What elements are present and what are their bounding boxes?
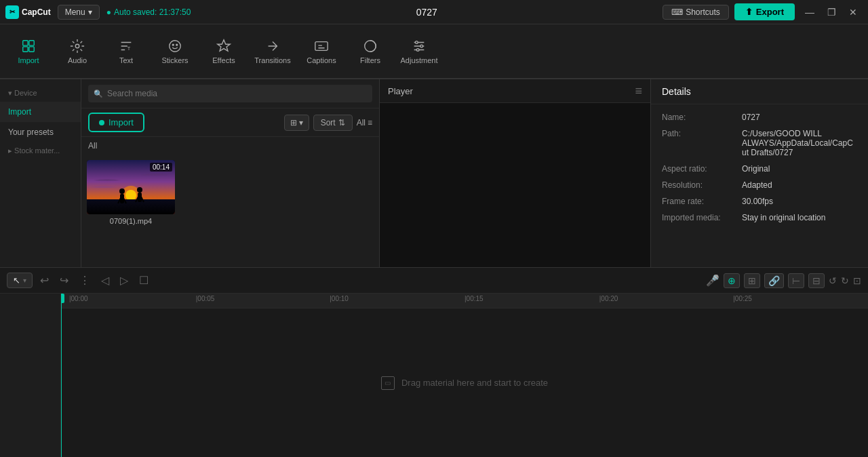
redo2-button[interactable]: ↻ [841, 275, 849, 286]
stickers-icon [167, 39, 182, 54]
shortcuts-button[interactable]: ⌨ Shortcuts [663, 5, 729, 20]
svg-text:T: T [127, 45, 131, 52]
mic-button[interactable]: 🎤 [706, 274, 719, 287]
media-filter-label: All [81, 137, 379, 155]
detail-row-path: Path: C:/Users/GOOD WILL ALWAYS/AppData/… [662, 129, 857, 157]
toolbar-item-audio[interactable]: Audio [54, 28, 100, 75]
detail-row-resolution: Resolution: Adapted [662, 180, 857, 190]
titlebar-right: ⌨ Shortcuts ⬆ Export — ❐ ✕ [663, 3, 863, 22]
svg-point-22 [137, 187, 142, 193]
cursor-arrow-icon: ▾ [23, 277, 26, 284]
media-duration: 00:14 [150, 163, 172, 172]
detail-label-resolution: Resolution: [662, 180, 736, 190]
transitions-icon [265, 39, 280, 54]
trim-left-button[interactable]: ◁ [98, 272, 113, 289]
toolbar-transitions-label: Transitions [254, 56, 290, 64]
timeline-toolbar: ↖ ▾ ↩ ↪ ⋮ ◁ ▷ ☐ 🎤 ⊕ ⊞ 🔗 ⊢ ⊟ ↺ ↻ ⊡ [0, 268, 868, 294]
detail-value-name: 0727 [742, 113, 857, 122]
undo2-button[interactable]: ↺ [829, 275, 837, 286]
snap-button[interactable]: ⊢ [788, 273, 804, 288]
svg-rect-1 [29, 40, 34, 45]
close-button[interactable]: ✕ [844, 3, 863, 22]
search-bar [81, 79, 379, 108]
export-label: Export [756, 7, 784, 17]
detail-value-path: C:/Users/GOOD WILL ALWAYS/AppData/Local/… [742, 129, 857, 157]
minimize-button[interactable]: — [800, 3, 819, 22]
toolbar-item-import[interactable]: Import [5, 28, 52, 75]
detail-row-framerate: Frame rate: 30.00fps [662, 197, 857, 206]
logo-icon: ✂ [5, 5, 19, 19]
detail-label-name: Name: [662, 113, 736, 122]
media-thumbnail: 00:14 [87, 160, 175, 214]
import-dot-icon [99, 120, 104, 125]
redo-button[interactable]: ↪ [56, 272, 72, 289]
app-name: CapCut [22, 7, 51, 17]
sidebar-item-import[interactable]: Import [0, 102, 81, 122]
toolbar-item-captions[interactable]: Captions [298, 28, 344, 75]
grid-view-button[interactable]: ⊞ ▾ [284, 115, 309, 131]
cursor-selector[interactable]: ↖ ▾ [7, 273, 33, 288]
details-title: Details [662, 86, 857, 97]
detail-label-aspect: Aspect ratio: [662, 164, 736, 174]
window-controls: — ❐ ✕ [800, 3, 863, 22]
autosave-indicator: ● Auto saved: 21:37:50 [106, 7, 191, 17]
split-button[interactable]: ⋮ [76, 272, 94, 289]
expand-button[interactable]: ⊡ [853, 275, 861, 286]
empty-timeline: ▭ Drag material here and start to create [61, 309, 868, 457]
toolbar-item-stickers[interactable]: Stickers [152, 28, 198, 75]
detail-value-resolution: Adapted [742, 180, 857, 190]
titlebar-left: ✂ CapCut Menu ▾ ● Auto saved: 21:37:50 [5, 5, 191, 20]
player-title: Player [388, 86, 413, 96]
svg-rect-9 [315, 41, 328, 50]
export-button[interactable]: ⬆ Export [734, 3, 795, 20]
sidebar-section-device: ▾ Device [0, 85, 81, 102]
player-menu-icon[interactable]: ≡ [635, 85, 642, 97]
timeline-ruler: |00:00 |00:05 |00:10 |00:15 |00:20 |00:2… [61, 294, 868, 309]
delete-button[interactable]: ☐ [136, 272, 152, 289]
search-wrapper [88, 85, 372, 102]
adjustment-icon [412, 39, 427, 54]
import-button[interactable]: Import [88, 113, 144, 132]
toolbar-item-adjustment[interactable]: Adjustment [396, 28, 442, 75]
filters-icon [363, 39, 378, 54]
timeline-track-labels [0, 294, 61, 457]
all-filter-button[interactable]: All ≡ [357, 118, 372, 127]
list-item[interactable]: 00:14 0709(1).mp4 [87, 160, 175, 225]
svg-point-6 [170, 40, 181, 52]
media-grid: 00:14 0709(1).mp4 [81, 155, 379, 231]
search-input[interactable] [88, 85, 372, 102]
toolbar-item-effects[interactable]: Effects [201, 28, 247, 75]
toolbar-item-transitions[interactable]: Transitions [250, 28, 296, 75]
empty-timeline-icon: ▭ [381, 376, 395, 390]
magnet-button[interactable]: ⊕ [724, 273, 740, 288]
toolbar-stickers-label: Stickers [161, 56, 188, 64]
detail-label-framerate: Frame rate: [662, 197, 736, 206]
sort-button[interactable]: Sort ⇅ [313, 115, 353, 131]
toolbar-item-text[interactable]: T Text [103, 28, 149, 75]
trim-right-button[interactable]: ▷ [117, 272, 132, 289]
captions-icon [314, 39, 329, 54]
filter-icon: ≡ [368, 118, 372, 127]
link-button[interactable]: 🔗 [764, 273, 784, 288]
sidebar-item-presets[interactable]: Your presets [0, 122, 81, 142]
text-icon: T [119, 39, 134, 54]
sidebar-section-stock[interactable]: ▸ Stock mater... [0, 142, 81, 159]
toolbar-item-filters[interactable]: Filters [347, 28, 393, 75]
split-track-button[interactable]: ⊞ [744, 273, 760, 288]
detail-row-name: Name: 0727 [662, 113, 857, 122]
undo-button[interactable]: ↩ [37, 272, 52, 289]
app-logo: ✂ CapCut [5, 5, 51, 19]
maximize-button[interactable]: ❐ [822, 3, 841, 22]
caption-button[interactable]: ⊟ [808, 273, 825, 288]
detail-row-imported: Imported media: Stay in original locatio… [662, 213, 857, 222]
ruler-mark-15: |00:15 [465, 295, 484, 302]
autosave-text: Auto saved: 21:37:50 [114, 7, 191, 17]
svg-rect-2 [23, 46, 28, 51]
menu-button[interactable]: Menu ▾ [58, 5, 100, 20]
shortcuts-label: Shortcuts [686, 7, 720, 17]
svg-point-7 [172, 44, 174, 45]
import-button-label: Import [108, 117, 134, 127]
svg-point-13 [416, 48, 419, 51]
toolbar-effects-label: Effects [212, 56, 235, 64]
timeline-area: ↖ ▾ ↩ ↪ ⋮ ◁ ▷ ☐ 🎤 ⊕ ⊞ 🔗 ⊢ ⊟ ↺ ↻ ⊡ |00 [0, 267, 868, 457]
